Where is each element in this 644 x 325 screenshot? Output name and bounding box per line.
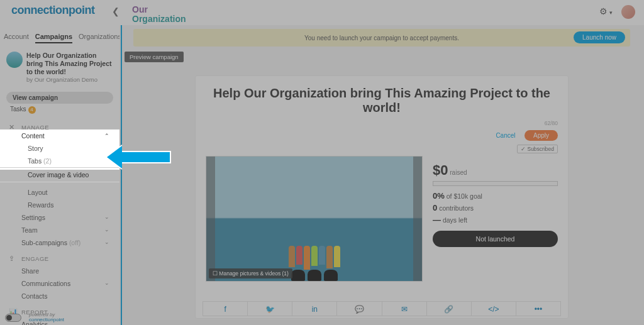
content-card: Help Our Organization bring This Amazing… bbox=[195, 75, 569, 319]
nav-settings[interactable]: Settings⌄ bbox=[0, 211, 119, 224]
alert-bar: You need to launch your campaign to acce… bbox=[133, 29, 630, 47]
tab-organizations[interactable]: Organizations bbox=[79, 33, 121, 43]
campaign-byline: by Our Organization Demo bbox=[26, 76, 113, 83]
nav-contacts[interactable]: Contacts bbox=[0, 290, 119, 302]
preview-campaign-chip[interactable]: Preview campaign bbox=[125, 52, 184, 62]
campaign-thumb bbox=[6, 52, 23, 68]
share-twitter-icon[interactable]: 🐦 bbox=[248, 302, 292, 316]
brand-logo[interactable]: connectionpoint bbox=[11, 4, 94, 17]
progress-bar bbox=[433, 181, 558, 186]
share-email-icon[interactable]: ✉ bbox=[382, 302, 427, 316]
campaign-heading[interactable]: Help Our Organization bring This Amazing… bbox=[206, 86, 558, 115]
callout-arrow bbox=[121, 151, 171, 163]
nav-tabs[interactable]: Tabs (2) bbox=[0, 155, 119, 167]
share-embed-icon[interactable]: </> bbox=[472, 302, 516, 316]
avatar[interactable] bbox=[621, 5, 635, 19]
chevron-down-icon: ⌄ bbox=[104, 214, 109, 220]
share-linkedin-icon[interactable]: in bbox=[292, 302, 337, 316]
gear-icon[interactable]: ⚙ bbox=[599, 6, 613, 16]
nav-content[interactable]: Content⌃ bbox=[0, 129, 119, 142]
chevron-down-icon: ⌄ bbox=[104, 280, 109, 286]
chevron-down-icon: ⌄ bbox=[104, 239, 109, 245]
org-title: Our Organization bbox=[132, 5, 186, 25]
main-area: You need to launch your campaign to acce… bbox=[119, 25, 644, 325]
manage-pictures-button[interactable]: ☐ Manage pictures & videos (1) bbox=[209, 268, 292, 278]
share-messenger-icon[interactable]: 💬 bbox=[337, 302, 382, 316]
share-more-icon[interactable]: ••• bbox=[516, 302, 560, 316]
nav-story[interactable]: Story bbox=[0, 142, 119, 155]
sidebar-tasks[interactable]: Tasks4 bbox=[10, 106, 109, 114]
nav-subcampaigns[interactable]: Sub-campaigns (off)⌄ bbox=[0, 236, 119, 249]
content-submenu-highlight: Content⌃ Story Tabs (2) Cover image & vi… bbox=[0, 129, 119, 170]
nav-share[interactable]: Share bbox=[0, 265, 119, 277]
nav-rewards[interactable]: Rewards bbox=[0, 199, 119, 211]
nav-layout[interactable]: Layout bbox=[0, 186, 119, 199]
campaign-title: Help Our Organization bring This Amazing… bbox=[26, 52, 113, 76]
nav-team[interactable]: Team⌄ bbox=[0, 224, 119, 236]
chevron-down-icon: ⌄ bbox=[104, 226, 109, 233]
powered-by: powered byconnectionpoint bbox=[29, 312, 64, 322]
apply-button[interactable]: Apply bbox=[525, 130, 558, 141]
launch-button[interactable]: Launch now bbox=[574, 31, 625, 43]
nav-communications[interactable]: Communications⌄ bbox=[0, 277, 119, 290]
sidebar: Help Our Organization bring This Amazing… bbox=[0, 47, 119, 325]
tab-account[interactable]: Account bbox=[4, 33, 29, 43]
nav-cover-image-video[interactable]: Cover image & video bbox=[0, 167, 119, 182]
chevron-up-icon: ⌃ bbox=[104, 133, 109, 139]
collapse-sidebar-icon[interactable]: ❮ bbox=[112, 6, 119, 16]
tab-campaigns[interactable]: Campaigns bbox=[35, 33, 72, 43]
char-count: 62/80 bbox=[206, 120, 558, 126]
campaign-stats: $0 raised 0% of $10k goal 0 contributors… bbox=[433, 156, 558, 282]
subscribed-chip[interactable]: ✓ Subscribed bbox=[517, 145, 558, 153]
tasks-badge: 4 bbox=[28, 106, 36, 114]
view-campaign-button[interactable]: View campaign bbox=[6, 92, 113, 104]
not-launched-pill: Not launched bbox=[433, 231, 558, 247]
share-icon: ⇪ bbox=[9, 255, 15, 263]
share-facebook-icon[interactable]: f bbox=[203, 302, 248, 316]
share-link-icon[interactable]: 🔗 bbox=[427, 302, 472, 316]
section-engage: ⇪ENGAGE bbox=[0, 249, 119, 265]
cover-image[interactable]: ☐ Manage pictures & videos (1) bbox=[206, 156, 423, 282]
share-row: f 🐦 in 💬 ✉ 🔗 </> ••• bbox=[203, 301, 561, 316]
theme-toggle[interactable] bbox=[5, 314, 21, 322]
cancel-link[interactable]: Cancel bbox=[496, 132, 515, 139]
